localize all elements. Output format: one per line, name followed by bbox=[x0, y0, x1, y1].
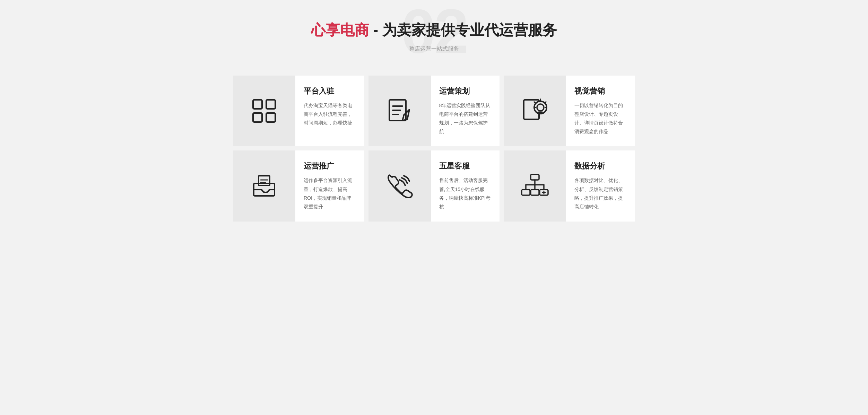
card-desc-service: 售前售后、活动客服完善,全天15小时在线服务，响应快高标准KPI考核 bbox=[439, 176, 492, 211]
card-desc-platform: 代办淘宝天猫等各类电商平台入驻流程完善，时间周期短，办理快捷 bbox=[304, 101, 356, 128]
card-icon-area-service bbox=[368, 150, 431, 222]
phone-signal-icon bbox=[386, 172, 414, 200]
card-title-service: 五星客服 bbox=[439, 161, 492, 171]
svg-rect-33 bbox=[531, 190, 539, 195]
page-title: 心享电商 - 为卖家提供专业代运营服务 bbox=[231, 21, 637, 40]
card-title-visual: 视觉营销 bbox=[574, 86, 627, 96]
page-wrapper: 02 心享电商 - 为卖家提供专业代运营服务 整店运营一站式服务 平台入驻 代办… bbox=[217, 0, 651, 251]
svg-rect-1 bbox=[266, 100, 275, 109]
card-icon-area-platform bbox=[233, 76, 295, 147]
svg-line-18 bbox=[534, 102, 535, 103]
services-grid: 平台入驻 代办淘宝天猫等各类电商平台入驻流程完善，时间周期短，办理快捷 bbox=[231, 74, 637, 224]
card-desc-planning: 8年运营实践经验团队从电商平台的搭建到运营规划，一路为您保驾护航 bbox=[439, 101, 492, 136]
card-data-analysis: 数据分析 各项数据对比、优化、分析、反馈制定营销策略，提升推广效果，提高店铺转化 bbox=[504, 150, 635, 222]
card-icon-area-data bbox=[504, 150, 566, 222]
network-chart-icon bbox=[521, 172, 549, 200]
card-operation-planning: 运营策划 8年运营实践经验团队从电商平台的搭建到运营规划，一路为您保驾护航 bbox=[368, 76, 500, 147]
card-title-platform: 平台入驻 bbox=[304, 86, 356, 96]
card-desc-data: 各项数据对比、优化、分析、反馈制定营销策略，提升推广效果，提高店铺转化 bbox=[574, 176, 627, 211]
apps-icon bbox=[250, 97, 278, 125]
title-rest: - 为卖家提供专业代运营服务 bbox=[369, 22, 557, 38]
card-content-visual: 视觉营销 一切以营销转化为目的整店设计、专题页设计、详情页设计做符合消费观念的作… bbox=[566, 76, 635, 147]
card-five-star-service: 五星客服 售前售后、活动客服完善,全天15小时在线服务，响应快高标准KPI考核 bbox=[368, 150, 500, 222]
svg-rect-0 bbox=[253, 100, 262, 109]
card-content-data: 数据分析 各项数据对比、优化、分析、反馈制定营销策略，提升推广效果，提高店铺转化 bbox=[566, 150, 635, 222]
card-content-promotion: 运营推广 运作多平台资源引入流量，打造爆款、提高ROI，实现销量和品牌双重提升 bbox=[295, 150, 364, 222]
card-icon-area-visual bbox=[504, 76, 566, 147]
card-content-service: 五星客服 售前售后、活动客服完善,全天15小时在线服务，响应快高标准KPI考核 bbox=[431, 150, 500, 222]
card-visual-marketing: 视觉营销 一切以营销转化为目的整店设计、专题页设计、详情页设计做符合消费观念的作… bbox=[504, 76, 635, 147]
card-icon-area-planning bbox=[368, 76, 431, 147]
brand-name: 心享电商 bbox=[311, 22, 369, 38]
page-header: 心享电商 - 为卖家提供专业代运营服务 整店运营一站式服务 bbox=[231, 21, 637, 53]
inbox-icon bbox=[250, 172, 278, 200]
card-content-planning: 运营策划 8年运营实践经验团队从电商平台的搭建到运营规划，一路为您保驾护航 bbox=[431, 76, 500, 147]
card-title-data: 数据分析 bbox=[574, 161, 627, 171]
card-desc-visual: 一切以营销转化为目的整店设计、专题页设计、详情页设计做符合消费观念的作品 bbox=[574, 101, 627, 136]
card-platform-entry: 平台入驻 代办淘宝天猫等各类电商平台入驻流程完善，时间周期短，办理快捷 bbox=[233, 76, 364, 147]
svg-line-16 bbox=[545, 102, 546, 103]
card-operation-promotion: 运营推广 运作多平台资源引入流量，打造爆款、提高ROI，实现销量和品牌双重提升 bbox=[233, 150, 364, 222]
svg-rect-32 bbox=[522, 190, 530, 195]
document-edit-icon bbox=[386, 97, 414, 125]
svg-rect-2 bbox=[253, 113, 262, 122]
svg-rect-3 bbox=[266, 113, 275, 122]
card-title-planning: 运营策划 bbox=[439, 86, 492, 96]
card-desc-promotion: 运作多平台资源引入流量，打造爆款、提高ROI，实现销量和品牌双重提升 bbox=[304, 176, 356, 211]
lightbulb-document-icon bbox=[521, 97, 549, 125]
svg-rect-26 bbox=[531, 174, 539, 180]
card-icon-area-promotion bbox=[233, 150, 295, 222]
page-subtitle: 整店运营一站式服务 bbox=[231, 45, 637, 53]
card-title-promotion: 运营推广 bbox=[304, 161, 356, 171]
card-content-platform: 平台入驻 代办淘宝天猫等各类电商平台入驻流程完善，时间周期短，办理快捷 bbox=[295, 76, 364, 147]
